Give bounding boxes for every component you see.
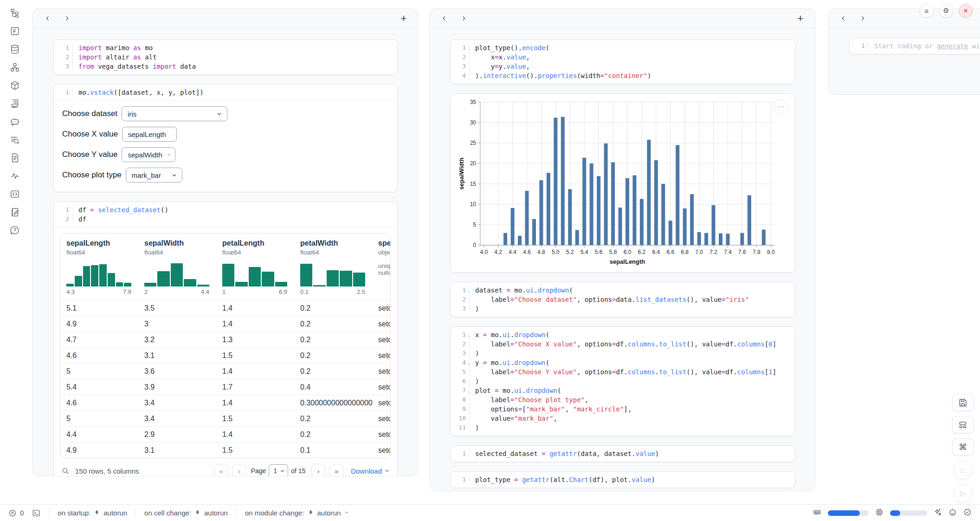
chevron-right-icon[interactable] <box>63 14 71 23</box>
table-row[interactable]: 5.43.91.70.4setos <box>61 379 390 395</box>
on-cell-change-toggle[interactable]: on cell change: autorun <box>144 509 228 517</box>
fold-arrow-icon[interactable]: ⌄ <box>468 331 470 340</box>
on-startup-toggle[interactable]: on startup: autorun <box>58 509 127 517</box>
code-line: 10 value="mark_bar", <box>451 414 791 423</box>
fold-arrow-icon[interactable]: ⌄ <box>468 386 470 396</box>
plot-cell[interactable]: 1⌄plot_type().encode(2 x=x.value,3 y=y.v… <box>450 39 795 84</box>
fold-arrow-icon[interactable]: ⌄ <box>468 286 470 295</box>
table-row[interactable]: 4.931.40.2setos <box>61 316 390 332</box>
empty-scratch-cell[interactable]: 1 Start coding or generate with <box>849 38 980 54</box>
chevron-left-icon[interactable] <box>440 14 448 23</box>
code-editor[interactable]: 1import marimo as mo2import altair as al… <box>54 40 397 74</box>
assistant-robot-button[interactable] <box>948 508 957 518</box>
column-header-petalWidth[interactable]: petalWidthfloat640.12.5 <box>295 239 373 295</box>
scratchpad-icon[interactable] <box>9 207 20 218</box>
dataframe-cell[interactable]: 1df = selected_dataset()2dfsepalLengthfl… <box>53 202 398 476</box>
table-row[interactable]: 4.63.11.50.2setos <box>61 347 390 363</box>
line-number: 1 <box>451 475 469 484</box>
run-button[interactable]: ▷ <box>954 484 972 503</box>
file-explorer-icon[interactable] <box>9 7 20 19</box>
errors-indicator[interactable]: 0 <box>8 509 24 517</box>
choose-dataset-label: Choose dataset <box>62 109 117 118</box>
table-row[interactable]: 4.42.91.40.2setos <box>61 426 390 442</box>
prev-page-button[interactable]: ‹ <box>232 464 246 476</box>
sepalwidth-by-sepallength-bar-chart[interactable]: 4.04.24.44.64.85.05.25.45.65.86.06.26.46… <box>457 98 782 270</box>
on-module-change-toggle[interactable]: on module change: autorun <box>245 509 349 517</box>
download-button[interactable]: Download <box>351 467 390 475</box>
table-row[interactable]: 4.73.21.30.2setos <box>61 332 390 347</box>
keyboard-shortcuts-button[interactable]: ⌘ <box>952 438 974 456</box>
code-editor[interactable]: 1df = selected_dataset()2df <box>54 202 397 227</box>
connection-status-icon[interactable] <box>963 508 972 518</box>
dependency-graph-icon[interactable] <box>9 62 20 73</box>
help-icon[interactable] <box>9 225 20 236</box>
plot-type-cell[interactable]: 1plot_type = getattr(alt.Chart(df), plot… <box>450 471 795 488</box>
svg-text:7.6: 7.6 <box>738 249 746 255</box>
stop-button[interactable]: □ <box>954 461 972 479</box>
packages-icon[interactable] <box>9 80 20 91</box>
tracing-icon[interactable] <box>9 170 20 182</box>
ai-sparkles-button[interactable] <box>934 508 942 518</box>
logs-icon[interactable] <box>9 134 20 145</box>
cell-output: Choose datasetirisChoose X valuesepalLen… <box>54 100 397 192</box>
fold-arrow-icon[interactable]: ⌄ <box>468 44 470 53</box>
table-row[interactable]: 53.61.40.2setos <box>61 363 390 379</box>
code-icon[interactable] <box>9 189 20 200</box>
chevron-left-icon[interactable] <box>43 14 52 23</box>
last-page-button[interactable]: » <box>329 464 343 476</box>
choose-y-value-select[interactable]: sepalWidth <box>122 147 175 162</box>
notebook-cells-left: 1import marimo as mo2import altair as al… <box>33 28 418 476</box>
save-button[interactable] <box>952 394 974 411</box>
first-page-button[interactable]: « <box>214 464 228 476</box>
table-cell: 5 <box>61 367 139 376</box>
dataset-dropdown-cell[interactable]: 1⌄dataset = mo.ui.dropdown(2 label="Choo… <box>450 282 795 317</box>
svg-text:8.0: 8.0 <box>767 249 775 255</box>
column-header-sepalWidth[interactable]: sepalWidthfloat6424.4 <box>139 239 217 295</box>
code-editor[interactable]: 1plot_type = getattr(alt.Chart(df), plot… <box>451 472 795 488</box>
snippets-icon[interactable] <box>9 152 20 163</box>
column-header-sepalLength[interactable]: sepalLengthfloat644.37.9 <box>61 239 139 295</box>
chat-icon[interactable] <box>9 116 20 127</box>
imports-cell[interactable]: 1import marimo as mo2import altair as al… <box>53 39 398 75</box>
table-row[interactable]: 4.63.41.40.30000000000000004setos <box>61 395 390 410</box>
column-header-speci[interactable]: speciobjecuniqunulls: <box>373 239 390 295</box>
datasources-icon[interactable] <box>9 44 20 55</box>
choose-x-value-select[interactable]: sepalLength <box>122 127 177 142</box>
code-editor[interactable]: 1⌄dataset = mo.ui.dropdown(2 label="Choo… <box>451 282 795 317</box>
add-cell-button[interactable]: + <box>796 14 805 23</box>
choose-dataset-select[interactable]: iris <box>122 106 227 121</box>
chart-options-button[interactable]: ⋯ <box>774 99 788 114</box>
code-editor[interactable]: 1mo.vstack([dataset, x, y, plot]) <box>54 85 397 100</box>
table-cell: 3.4 <box>139 415 217 423</box>
code-line: 6) <box>451 377 791 386</box>
choose-plot-type-select[interactable]: mark_bar <box>126 168 182 182</box>
generate-link[interactable]: generate <box>937 42 968 50</box>
chevron-right-icon[interactable] <box>459 14 468 23</box>
menu-button[interactable]: ≡ <box>920 4 934 18</box>
table-row[interactable]: 53.41.50.2setos <box>61 410 390 426</box>
code-editor[interactable]: 1⌄plot_type().encode(2 x=x.value,3 y=y.v… <box>451 40 795 84</box>
layout-button[interactable] <box>952 416 974 433</box>
settings-gear-button[interactable]: ⚙ <box>939 4 953 18</box>
code-editor[interactable]: 1selected_dataset = getattr(data, datase… <box>451 446 795 462</box>
fold-arrow-icon[interactable]: ⌄ <box>468 358 470 368</box>
chevron-left-icon[interactable] <box>839 14 847 23</box>
marimo-file-icon[interactable] <box>9 26 20 37</box>
search-icon[interactable] <box>61 467 70 475</box>
chevron-right-icon[interactable] <box>858 14 867 23</box>
table-row[interactable]: 4.93.11.50.1setos <box>61 442 390 458</box>
column-stats: uniqu <box>378 262 390 269</box>
code-editor[interactable]: 1⌄x = mo.ui.dropdown(2 label="Choose X v… <box>451 327 795 436</box>
column-header-petalLength[interactable]: petalLengthfloat6416.9 <box>217 239 295 295</box>
terminal-button[interactable] <box>32 509 40 517</box>
selected-dataset-cell[interactable]: 1selected_dataset = getattr(data, datase… <box>450 445 795 462</box>
table-row[interactable]: 5.13.51.40.2setos <box>61 300 390 316</box>
xy-plot-dropdowns-cell[interactable]: 1⌄x = mo.ui.dropdown(2 label="Choose X v… <box>450 326 795 436</box>
page-select[interactable]: 1 <box>269 464 288 476</box>
next-page-button[interactable]: › <box>311 464 325 476</box>
editor-placeholder[interactable]: Start coding or generate with <box>868 41 980 51</box>
close-panel-button[interactable]: × <box>959 4 973 18</box>
add-cell-button[interactable]: + <box>400 14 408 23</box>
vstack-cell[interactable]: 1mo.vstack([dataset, x, y, plot])Choose … <box>53 84 398 192</box>
documentation-icon[interactable] <box>9 98 20 109</box>
